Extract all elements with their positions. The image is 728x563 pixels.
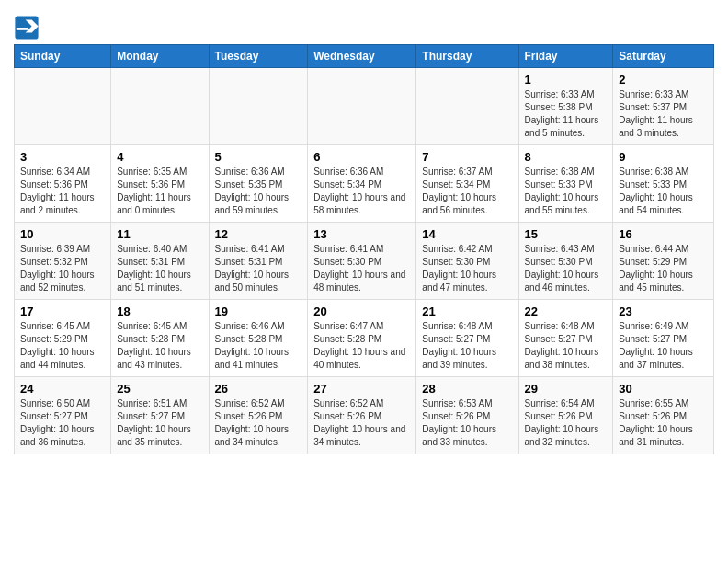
weekday-header-saturday: Saturday (613, 45, 714, 68)
day-number: 8 (525, 150, 608, 164)
calendar-cell (111, 68, 209, 145)
day-number: 29 (525, 382, 608, 396)
day-info: Sunrise: 6:34 AM Sunset: 5:36 PM Dayligh… (20, 166, 105, 217)
logo (14, 15, 43, 40)
calendar-cell: 19Sunrise: 6:46 AM Sunset: 5:28 PM Dayli… (209, 300, 308, 377)
day-number: 26 (215, 382, 302, 396)
day-number: 24 (20, 382, 105, 396)
day-number: 27 (313, 382, 410, 396)
calendar-week-row: 10Sunrise: 6:39 AM Sunset: 5:32 PM Dayli… (15, 223, 714, 300)
day-info: Sunrise: 6:33 AM Sunset: 5:38 PM Dayligh… (525, 88, 608, 140)
day-info: Sunrise: 6:52 AM Sunset: 5:26 PM Dayligh… (313, 397, 410, 449)
day-info: Sunrise: 6:50 AM Sunset: 5:27 PM Dayligh… (20, 397, 105, 449)
day-number: 2 (619, 73, 708, 86)
day-info: Sunrise: 6:46 AM Sunset: 5:28 PM Dayligh… (215, 320, 302, 372)
calendar-week-row: 1Sunrise: 6:33 AM Sunset: 5:38 PM Daylig… (15, 68, 714, 145)
calendar-cell: 27Sunrise: 6:52 AM Sunset: 5:26 PM Dayli… (308, 377, 416, 454)
day-info: Sunrise: 6:48 AM Sunset: 5:27 PM Dayligh… (422, 320, 512, 372)
day-number: 3 (20, 150, 105, 164)
day-number: 22 (525, 304, 608, 318)
day-info: Sunrise: 6:42 AM Sunset: 5:30 PM Dayligh… (422, 243, 512, 294)
calendar-cell: 12Sunrise: 6:41 AM Sunset: 5:31 PM Dayli… (209, 223, 308, 300)
day-number: 13 (313, 227, 410, 241)
day-number: 25 (117, 382, 202, 396)
day-number: 28 (422, 382, 512, 396)
calendar-cell: 14Sunrise: 6:42 AM Sunset: 5:30 PM Dayli… (416, 223, 518, 300)
day-info: Sunrise: 6:52 AM Sunset: 5:26 PM Dayligh… (215, 397, 302, 449)
calendar-cell: 23Sunrise: 6:49 AM Sunset: 5:27 PM Dayli… (613, 300, 714, 377)
calendar-week-row: 3Sunrise: 6:34 AM Sunset: 5:36 PM Daylig… (15, 145, 714, 223)
day-number: 12 (215, 227, 302, 241)
calendar-cell: 17Sunrise: 6:45 AM Sunset: 5:29 PM Dayli… (15, 300, 111, 377)
calendar-cell: 11Sunrise: 6:40 AM Sunset: 5:31 PM Dayli… (111, 223, 209, 300)
day-info: Sunrise: 6:39 AM Sunset: 5:32 PM Dayligh… (20, 243, 105, 294)
calendar-cell: 24Sunrise: 6:50 AM Sunset: 5:27 PM Dayli… (15, 377, 111, 454)
day-number: 18 (117, 304, 202, 318)
calendar-cell: 30Sunrise: 6:55 AM Sunset: 5:26 PM Dayli… (613, 377, 714, 454)
calendar-cell: 15Sunrise: 6:43 AM Sunset: 5:30 PM Dayli… (518, 223, 613, 300)
day-info: Sunrise: 6:47 AM Sunset: 5:28 PM Dayligh… (313, 320, 410, 372)
calendar-body: 1Sunrise: 6:33 AM Sunset: 5:38 PM Daylig… (15, 68, 714, 454)
calendar-cell: 22Sunrise: 6:48 AM Sunset: 5:27 PM Dayli… (518, 300, 613, 377)
calendar-cell: 4Sunrise: 6:35 AM Sunset: 5:36 PM Daylig… (111, 145, 209, 223)
day-number: 14 (422, 227, 512, 241)
day-info: Sunrise: 6:33 AM Sunset: 5:37 PM Dayligh… (619, 88, 708, 140)
day-info: Sunrise: 6:53 AM Sunset: 5:26 PM Dayligh… (422, 397, 512, 449)
day-info: Sunrise: 6:36 AM Sunset: 5:35 PM Dayligh… (215, 166, 302, 217)
calendar-cell: 7Sunrise: 6:37 AM Sunset: 5:34 PM Daylig… (416, 145, 518, 223)
calendar-cell (416, 68, 518, 145)
weekday-header-tuesday: Tuesday (209, 45, 308, 68)
calendar-cell: 28Sunrise: 6:53 AM Sunset: 5:26 PM Dayli… (416, 377, 518, 454)
weekday-header-monday: Monday (111, 45, 209, 68)
weekday-header-thursday: Thursday (416, 45, 518, 68)
calendar-cell: 6Sunrise: 6:36 AM Sunset: 5:34 PM Daylig… (308, 145, 416, 223)
calendar-cell: 5Sunrise: 6:36 AM Sunset: 5:35 PM Daylig… (209, 145, 308, 223)
day-number: 20 (313, 304, 410, 318)
day-info: Sunrise: 6:45 AM Sunset: 5:28 PM Dayligh… (117, 320, 202, 372)
calendar-cell: 20Sunrise: 6:47 AM Sunset: 5:28 PM Dayli… (308, 300, 416, 377)
day-info: Sunrise: 6:54 AM Sunset: 5:26 PM Dayligh… (525, 397, 608, 449)
day-number: 10 (20, 227, 105, 241)
calendar-cell: 8Sunrise: 6:38 AM Sunset: 5:33 PM Daylig… (518, 145, 613, 223)
day-info: Sunrise: 6:37 AM Sunset: 5:34 PM Dayligh… (422, 166, 512, 217)
calendar-cell: 26Sunrise: 6:52 AM Sunset: 5:26 PM Dayli… (209, 377, 308, 454)
day-info: Sunrise: 6:35 AM Sunset: 5:36 PM Dayligh… (117, 166, 202, 217)
day-info: Sunrise: 6:55 AM Sunset: 5:26 PM Dayligh… (619, 397, 708, 449)
day-info: Sunrise: 6:38 AM Sunset: 5:33 PM Dayligh… (619, 166, 708, 217)
day-info: Sunrise: 6:41 AM Sunset: 5:30 PM Dayligh… (313, 243, 410, 294)
day-number: 7 (422, 150, 512, 164)
day-number: 19 (215, 304, 302, 318)
calendar-cell: 16Sunrise: 6:44 AM Sunset: 5:29 PM Dayli… (613, 223, 714, 300)
header (14, 9, 714, 40)
day-info: Sunrise: 6:41 AM Sunset: 5:31 PM Dayligh… (215, 243, 302, 294)
day-info: Sunrise: 6:51 AM Sunset: 5:27 PM Dayligh… (117, 397, 202, 449)
logo-icon (14, 15, 40, 40)
calendar-cell (209, 68, 308, 145)
calendar-cell: 18Sunrise: 6:45 AM Sunset: 5:28 PM Dayli… (111, 300, 209, 377)
day-number: 17 (20, 304, 105, 318)
day-number: 4 (117, 150, 202, 164)
day-info: Sunrise: 6:43 AM Sunset: 5:30 PM Dayligh… (525, 243, 608, 294)
day-number: 30 (619, 382, 708, 396)
day-info: Sunrise: 6:48 AM Sunset: 5:27 PM Dayligh… (525, 320, 608, 372)
calendar-cell: 9Sunrise: 6:38 AM Sunset: 5:33 PM Daylig… (613, 145, 714, 223)
calendar-cell: 29Sunrise: 6:54 AM Sunset: 5:26 PM Dayli… (518, 377, 613, 454)
calendar-cell: 10Sunrise: 6:39 AM Sunset: 5:32 PM Dayli… (15, 223, 111, 300)
calendar-header: SundayMondayTuesdayWednesdayThursdayFrid… (15, 45, 714, 68)
weekday-header-row: SundayMondayTuesdayWednesdayThursdayFrid… (15, 45, 714, 68)
calendar-cell: 1Sunrise: 6:33 AM Sunset: 5:38 PM Daylig… (518, 68, 613, 145)
day-number: 15 (525, 227, 608, 241)
day-info: Sunrise: 6:38 AM Sunset: 5:33 PM Dayligh… (525, 166, 608, 217)
day-number: 5 (215, 150, 302, 164)
day-info: Sunrise: 6:45 AM Sunset: 5:29 PM Dayligh… (20, 320, 105, 372)
calendar-cell: 25Sunrise: 6:51 AM Sunset: 5:27 PM Dayli… (111, 377, 209, 454)
day-number: 21 (422, 304, 512, 318)
day-number: 9 (619, 150, 708, 164)
svg-rect-2 (17, 28, 28, 30)
calendar-cell: 21Sunrise: 6:48 AM Sunset: 5:27 PM Dayli… (416, 300, 518, 377)
day-number: 6 (313, 150, 410, 164)
weekday-header-sunday: Sunday (15, 45, 111, 68)
calendar-cell: 2Sunrise: 6:33 AM Sunset: 5:37 PM Daylig… (613, 68, 714, 145)
calendar-week-row: 24Sunrise: 6:50 AM Sunset: 5:27 PM Dayli… (15, 377, 714, 454)
day-number: 16 (619, 227, 708, 241)
